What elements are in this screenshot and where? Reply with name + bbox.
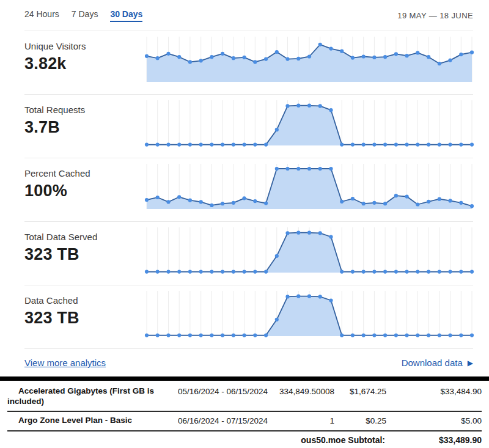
period-cell: 06/16/2024 - 07/15/2024 [169,416,276,427]
metric-label: Unique Visitors [24,41,144,51]
metric-value: 100% [24,182,144,200]
section-divider-bar [0,376,489,381]
download-data-link[interactable]: Download data ▶ [402,358,473,368]
table-row: Argo Zone Level Plan - Basic 06/16/2024 … [7,412,482,431]
tab-30-days[interactable]: 30 Days [110,9,142,22]
metric-label: Total Data Served [24,232,144,242]
metric-row-unique-visitors: Unique Visitors 3.82k [24,31,473,94]
metric-row-percent-cached: Percent Cached 100% [24,158,473,221]
rate-cell: $1,674.25 [334,386,386,397]
subtotal-amount: $33,489.90 [385,435,482,445]
metric-row-total-data-served: Total Data Served 323 TB [24,221,473,285]
tab-24-hours[interactable]: 24 Hours [24,9,59,22]
table-row: Accelerated Gigabytes (First GB is inclu… [7,382,482,412]
time-range-tabs: 24 Hours 7 Days 30 Days [24,9,142,22]
time-range-header: 24 Hours 7 Days 30 Days 19 MAY — 18 JUNE [24,0,473,31]
rate-cell: $0.25 [334,416,386,427]
subtotal-row: ous50.moe Subtotal: $33,489.90 [7,431,482,447]
total-data-served-chart [144,227,474,276]
analytics-panel: 24 Hours 7 Days 30 Days 19 MAY — 18 JUNE… [0,0,489,376]
metric-label: Percent Cached [24,168,144,178]
metric-info: Percent Cached 100% [24,158,144,221]
metric-label: Total Requests [24,105,144,115]
period-cell: 05/16/2024 - 06/15/2024 [169,386,276,397]
metric-value: 3.7B [24,118,144,137]
unique-visitors-chart [144,37,474,86]
play-triangle-icon: ▶ [468,359,473,367]
metric-value: 3.82k [24,54,144,73]
metric-info: Data Cached 323 TB [24,285,144,348]
metric-info: Total Data Served 323 TB [24,222,144,285]
billing-table: Accelerated Gigabytes (First GB is inclu… [0,381,489,447]
download-data-label: Download data [402,358,463,368]
tab-7-days[interactable]: 7 Days [72,9,98,22]
metric-value: 323 TB [24,309,144,328]
item-cell: Argo Zone Level Plan - Basic [7,416,169,426]
view-more-analytics-link[interactable]: View more analytics [24,358,106,368]
metric-label: Data Cached [24,295,144,306]
amount-cell: $33,484.90 [386,386,482,397]
metric-row-data-cached: Data Cached 323 TB [24,285,473,348]
date-range-label: 19 MAY — 18 JUNE [397,11,473,20]
total-requests-chart [144,100,474,149]
analytics-footer: View more analytics Download data ▶ [24,348,473,376]
percent-cached-chart [144,164,474,213]
quantity-cell: 1 [276,416,334,427]
quantity-cell: 334,849.50008 [276,386,334,397]
data-cached-chart [144,291,474,340]
amount-cell: $5.00 [386,416,482,427]
metric-info: Total Requests 3.7B [24,95,144,158]
metric-row-total-requests: Total Requests 3.7B [24,94,473,158]
subtotal-label: ous50.moe Subtotal: [301,435,385,445]
metric-value: 323 TB [24,245,144,264]
metric-info: Unique Visitors 3.82k [24,31,144,94]
item-cell: Accelerated Gigabytes (First GB is inclu… [7,386,169,407]
